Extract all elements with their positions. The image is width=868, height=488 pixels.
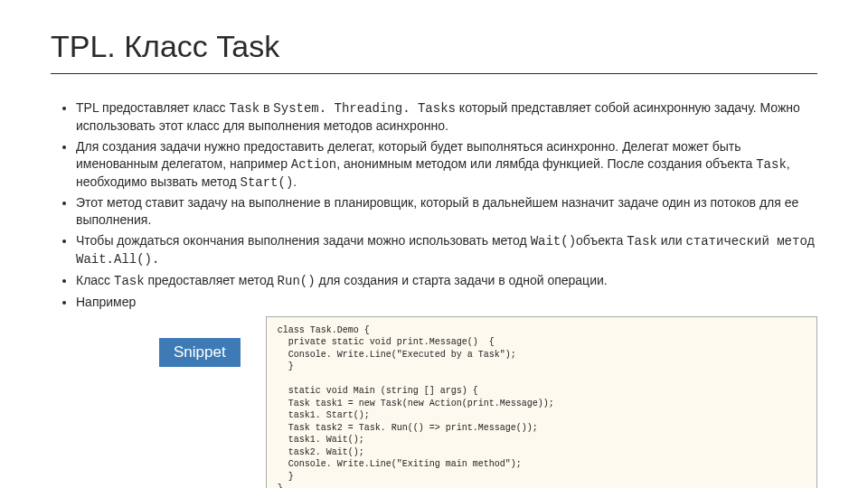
bullet-item: Например [76, 294, 817, 311]
slide-title: TPL. Класс Task [51, 29, 817, 74]
bullet-item: TPL предоставляет класс Task в System. T… [76, 99, 817, 135]
snippet-label: Snippet [159, 338, 241, 367]
bullet-item: Класс Task предоставляет метод Run() для… [76, 272, 817, 290]
bullet-item: Чтобы дождаться окончания выполнения зад… [76, 232, 817, 268]
bullet-item: Этот метод ставит задачу на выполнение в… [76, 194, 817, 229]
bullet-list: TPL предоставляет класс Task в System. T… [51, 99, 817, 311]
bullet-item: Для создания задачи нужно предоставить д… [76, 138, 817, 192]
code-section: Snippet class Task.Demo { private static… [51, 316, 817, 488]
code-block: class Task.Demo { private static void pr… [266, 316, 817, 488]
